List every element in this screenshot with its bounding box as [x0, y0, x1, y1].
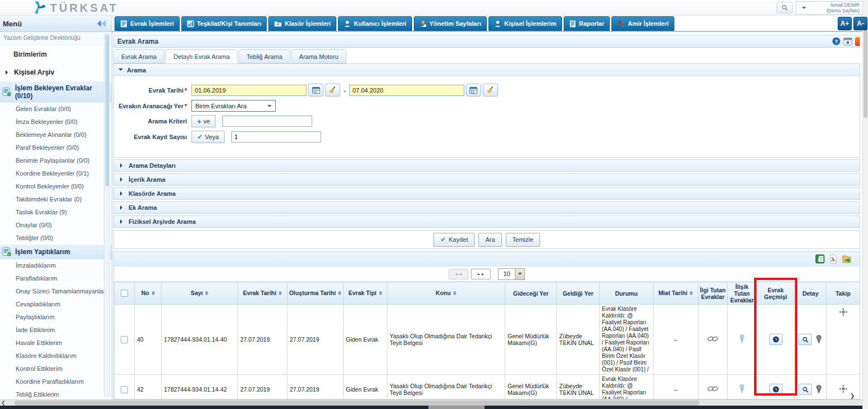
- accordion-ek-arama[interactable]: Ek Arama: [113, 201, 860, 214]
- sidebar-item[interactable]: Benimle Paylaşılanlar (0/0): [0, 154, 112, 167]
- sidebar-item-kisisel-arsiv[interactable]: Kişisel Arşiv: [0, 63, 112, 81]
- nav-tab-evrak-islemleri[interactable]: Evrak İşlemleri: [115, 16, 180, 31]
- accordion-icerik-arama[interactable]: İçerik Arama: [113, 173, 860, 186]
- ribbon-icon[interactable]: [815, 384, 823, 394]
- accordion-klasorde-arama[interactable]: Klasörde Arama: [113, 187, 860, 200]
- sidebar-item[interactable]: Tebliğ Ettiklerim: [0, 388, 112, 399]
- horizontal-scrollbar[interactable]: ❮: [0, 399, 868, 406]
- sidebar-item[interactable]: Klasöre Kaldırdıklarım: [0, 350, 112, 362]
- column-header-miat-tarihi[interactable]: Miat Tarihi: [654, 282, 698, 305]
- sort-icon[interactable]: [689, 289, 693, 297]
- exit-icon[interactable]: [855, 37, 860, 46]
- ara-button[interactable]: Ara: [478, 233, 501, 247]
- row-checkbox[interactable]: [121, 336, 128, 343]
- nav-tab-raporlar[interactable]: Raporlar: [564, 16, 610, 31]
- column-header-olusturma-tarihi[interactable]: Oluşturma Tarihi: [287, 282, 344, 305]
- row-checkbox[interactable]: [121, 386, 128, 393]
- sidebar-item[interactable]: Kontrol Bekleyenler (0/0): [0, 180, 112, 193]
- column-header-konu[interactable]: Konu: [387, 282, 505, 305]
- excel-export-icon[interactable]: X: [815, 254, 825, 264]
- header-search-button[interactable]: [776, 2, 793, 13]
- collapse-menu-button[interactable]: [97, 20, 106, 27]
- sidebar-scrollbar-thumb[interactable]: [105, 35, 109, 186]
- sidebar-group-islem-yaptiklarim[interactable]: İşlem Yaptıklarım: [0, 245, 112, 259]
- sidebar-item[interactable]: Kontrol Ettiklerim: [0, 362, 112, 375]
- sort-icon[interactable]: [379, 289, 382, 297]
- related-documents-link-icon[interactable]: [707, 335, 718, 343]
- export-folder-icon[interactable]: [842, 255, 852, 264]
- clear-date-button[interactable]: [483, 84, 498, 96]
- sidebar-item[interactable]: İmzaladıklarım: [0, 259, 112, 272]
- accordion-arama-detaylari[interactable]: Arama Detayları: [113, 159, 860, 172]
- user-menu[interactable]: İsmail DEMİR (Demo Sayfası): [796, 1, 863, 15]
- sidebar-item[interactable]: Havale Ettiklerim: [0, 337, 112, 350]
- nav-tab-kullanici-islemleri[interactable]: Kullanıcı İşlemleri: [338, 16, 412, 31]
- sort-icon[interactable]: [453, 289, 456, 297]
- temizle-button[interactable]: Temizle: [506, 233, 540, 247]
- calendar-button[interactable]: [466, 84, 481, 96]
- select-all-checkbox[interactable]: [121, 289, 128, 297]
- help-icon[interactable]: ?: [832, 37, 840, 45]
- sort-icon[interactable]: [278, 289, 282, 297]
- tab-detayli-evrak-arama[interactable]: Detaylı Evrak Arama: [166, 49, 237, 63]
- vertical-scrollbar[interactable]: [862, 0, 868, 409]
- sidebar-item[interactable]: Paraf Bekleyenler (0/0): [0, 141, 112, 154]
- evrak-gecmisi-history-button[interactable]: [769, 384, 783, 395]
- veya-operator-button[interactable]: ✔ Veya: [191, 131, 225, 143]
- kaydet-button[interactable]: ✔ Kaydet: [433, 233, 474, 247]
- sidebar-item-birimlerim[interactable]: Birimlerim: [0, 45, 112, 63]
- tab-evrak-arama[interactable]: Evrak Arama: [113, 49, 165, 63]
- sidebar-item[interactable]: İmza Bekleyenler (0/0): [0, 116, 112, 128]
- column-header-evrak-tarihi[interactable]: Evrak Tarihi: [238, 282, 287, 305]
- attached-documents-pin-icon[interactable]: [738, 334, 746, 344]
- sidebar-item[interactable]: Taslak Evraklar (9): [0, 206, 112, 219]
- ve-operator-button[interactable]: + ve: [191, 115, 216, 127]
- aranacak-yer-select[interactable]: Birim Evrakları Ara: [191, 100, 276, 112]
- accordion-fiziksel-arsivde-arama[interactable]: Fiziksel Arşivde Arama: [113, 215, 860, 228]
- sidebar-item[interactable]: Takibimdeki Evraklar (0): [0, 193, 112, 206]
- accordion-arama[interactable]: Arama: [114, 64, 860, 76]
- column-header-evrak-tipi[interactable]: Evrak Tipi: [344, 282, 387, 305]
- evrak-tarihi-start-input[interactable]: [191, 85, 307, 96]
- window-icon[interactable]: [843, 38, 852, 45]
- sidebar-item[interactable]: Beklemeye Alınanlar (0/0): [0, 128, 112, 141]
- detay-button[interactable]: [798, 384, 812, 395]
- nav-tab-teskilat-kisi[interactable]: Teşkilat/Kişi Tanımları: [181, 16, 267, 31]
- sidebar-item[interactable]: İade Ettiklerim: [0, 324, 112, 337]
- nav-tab-klasor-islemleri[interactable]: Klasör İşlemleri: [268, 16, 336, 31]
- column-header-sayi[interactable]: Sayı: [162, 282, 238, 305]
- sidebar-scrollbar[interactable]: [104, 33, 110, 397]
- ribbon-icon[interactable]: [815, 334, 823, 344]
- page-size-select[interactable]: 10: [498, 268, 525, 280]
- font-decrease-button[interactable]: A-: [853, 17, 867, 30]
- pagination-prev-button[interactable]: ◄◄: [449, 269, 468, 279]
- sidebar-item[interactable]: Onaylar (0/0): [0, 219, 112, 232]
- nav-tab-amir-islemleri[interactable]: Amir İşlemleri: [611, 16, 674, 31]
- evrak-kayit-input[interactable]: [231, 131, 321, 143]
- related-documents-link-icon[interactable]: [707, 385, 718, 393]
- sort-icon[interactable]: [338, 289, 341, 297]
- sidebar-item[interactable]: Koordine Parafladıklarım: [0, 375, 112, 388]
- takip-move-icon[interactable]: [839, 384, 848, 393]
- vertical-scrollbar-thumb[interactable]: [864, 17, 867, 118]
- tab-teblig-arama[interactable]: Tebliğ Arama: [239, 49, 290, 63]
- clear-date-button[interactable]: [325, 84, 340, 96]
- pdf-export-icon[interactable]: [829, 254, 838, 264]
- table-scroll-right-arrow[interactable]: ❯: [850, 393, 855, 399]
- nav-tab-yonetim-sayfalari[interactable]: Yönetim Sayfaları: [414, 16, 487, 31]
- pagination-next-button[interactable]: ►►: [471, 269, 491, 279]
- sidebar-item[interactable]: Tebliğler (0/0): [0, 232, 112, 245]
- detay-button[interactable]: [798, 334, 812, 345]
- sidebar-item[interactable]: Koordine Bekleyenler (0/1): [0, 167, 112, 180]
- horizontal-scrollbar-thumb[interactable]: [15, 401, 700, 406]
- attached-documents-pin-icon[interactable]: [738, 384, 746, 394]
- column-header-no[interactable]: No: [135, 282, 162, 305]
- arama-kriteri-input[interactable]: [222, 116, 312, 127]
- sidebar-item[interactable]: Gelen Evraklar (0/0): [0, 103, 112, 116]
- evrak-tarihi-end-input[interactable]: [349, 85, 464, 96]
- takip-move-icon[interactable]: [839, 307, 848, 316]
- sidebar-item[interactable]: Cevapladıklarım: [0, 298, 112, 311]
- evrak-gecmisi-history-button[interactable]: [769, 334, 783, 345]
- sort-icon[interactable]: [205, 289, 208, 297]
- sidebar-group-islem-bekleyen[interactable]: İşlem Bekleyen Evraklar (0/10): [0, 81, 112, 103]
